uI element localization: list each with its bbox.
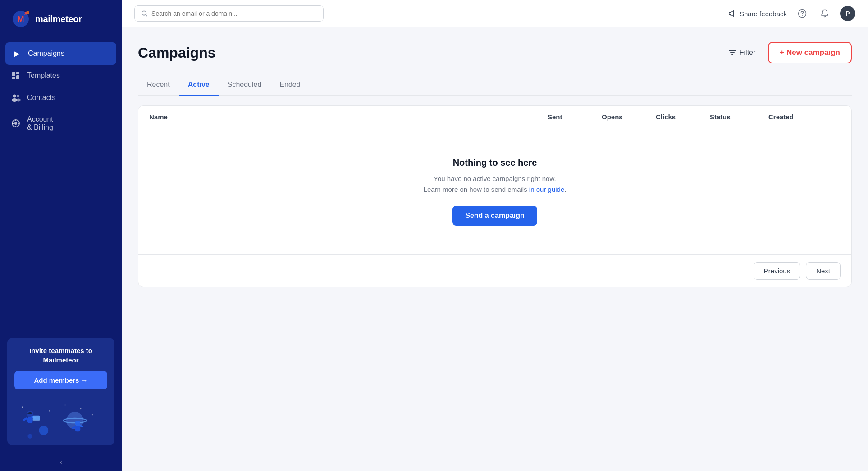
contacts-icon xyxy=(11,93,21,103)
user-avatar[interactable]: P xyxy=(840,6,855,21)
campaigns-table-card: Name Sent Opens Clicks Status Created No… xyxy=(138,105,852,287)
svg-point-8 xyxy=(17,95,19,97)
svg-point-17 xyxy=(96,403,97,403)
help-button[interactable] xyxy=(795,6,809,21)
collapse-icon: ‹ xyxy=(60,458,62,466)
svg-point-16 xyxy=(80,408,82,410)
svg-rect-4 xyxy=(16,72,19,74)
sidebar-item-campaigns[interactable]: ▶ Campaigns xyxy=(5,42,116,65)
empty-state-container: Nothing to see here You have no active c… xyxy=(424,158,566,226)
empty-desc-end: . xyxy=(564,186,566,193)
filter-label: Filter xyxy=(740,49,756,57)
empty-title: Nothing to see here xyxy=(424,158,566,168)
sidebar-logo: M mailmeteor xyxy=(0,0,122,38)
svg-point-34 xyxy=(27,434,32,438)
share-feedback-button[interactable]: Share feedback xyxy=(728,9,787,18)
logo-icon: M xyxy=(11,9,31,29)
sidebar-item-templates[interactable]: Templates xyxy=(0,65,122,86)
brand-name: mailmeteor xyxy=(35,14,82,24)
svg-text:M: M xyxy=(18,15,24,24)
svg-point-18 xyxy=(92,414,93,416)
page-actions: Filter + New campaign xyxy=(723,42,852,63)
bell-icon xyxy=(820,9,829,18)
templates-icon xyxy=(11,71,21,80)
svg-point-37 xyxy=(802,15,803,16)
col-header-created: Created xyxy=(768,113,841,121)
svg-rect-3 xyxy=(12,77,15,79)
send-campaign-button[interactable]: Send a campaign xyxy=(452,206,537,226)
header-right: Share feedback P xyxy=(728,6,855,21)
sidebar: M mailmeteor ▶ Campaigns Templates xyxy=(0,0,122,471)
svg-rect-28 xyxy=(33,420,40,421)
table-header: Name Sent Opens Clicks Status Created xyxy=(138,106,851,128)
new-campaign-button[interactable]: + New campaign xyxy=(768,42,852,63)
new-campaign-label: + New campaign xyxy=(780,48,840,57)
svg-rect-30 xyxy=(75,426,80,431)
sidebar-item-account-label: Account& Billing xyxy=(27,115,53,131)
col-header-status: Status xyxy=(710,113,768,121)
tab-active[interactable]: Active xyxy=(179,74,219,96)
campaign-tabs: Recent Active Scheduled Ended xyxy=(138,74,852,96)
svg-point-13 xyxy=(33,403,34,403)
previous-button[interactable]: Previous xyxy=(754,262,800,280)
sidebar-item-templates-label: Templates xyxy=(27,72,60,80)
page-body: Campaigns Filter + New campaign Recent A… xyxy=(122,27,868,471)
campaigns-icon: ▶ xyxy=(12,49,22,59)
col-header-clicks: Clicks xyxy=(656,113,710,121)
col-header-name: Name xyxy=(149,113,548,121)
svg-rect-2 xyxy=(12,72,15,76)
svg-point-33 xyxy=(39,426,49,435)
add-members-button[interactable]: Add members → xyxy=(14,371,107,389)
next-button[interactable]: Next xyxy=(806,262,841,280)
svg-rect-25 xyxy=(23,417,27,421)
page-title: Campaigns xyxy=(138,45,215,61)
invite-illustration xyxy=(14,396,107,445)
guide-link[interactable]: in our guide xyxy=(529,186,564,193)
share-feedback-label: Share feedback xyxy=(740,10,787,18)
table-footer: Previous Next xyxy=(138,254,851,287)
tab-ended[interactable]: Ended xyxy=(270,74,309,96)
svg-point-6 xyxy=(13,95,16,98)
tab-recent[interactable]: Recent xyxy=(138,74,179,96)
megaphone-icon xyxy=(728,9,736,18)
sidebar-item-account-billing[interactable]: Account& Billing xyxy=(0,109,122,138)
svg-point-15 xyxy=(65,405,66,406)
svg-point-14 xyxy=(49,410,50,412)
empty-desc-part2: Learn more on how to send emails xyxy=(424,186,529,193)
empty-desc-part1: You have no active campaigns right now. xyxy=(434,175,556,182)
tab-scheduled[interactable]: Scheduled xyxy=(219,74,271,96)
search-bar[interactable] xyxy=(134,5,324,22)
notifications-button[interactable] xyxy=(818,6,832,21)
empty-description: You have no active campaigns right now. … xyxy=(424,173,566,195)
page-header: Campaigns Filter + New campaign xyxy=(138,42,852,63)
account-billing-icon xyxy=(11,119,21,128)
sidebar-item-contacts-label: Contacts xyxy=(27,94,55,102)
sidebar-item-contacts[interactable]: Contacts xyxy=(0,86,122,109)
table-empty-state: Nothing to see here You have no active c… xyxy=(138,128,851,254)
svg-rect-5 xyxy=(16,75,19,79)
svg-point-12 xyxy=(22,406,23,408)
col-header-sent: Sent xyxy=(548,113,602,121)
invite-title: Invite teammates to Mailmeteor xyxy=(14,346,107,365)
help-icon xyxy=(798,9,807,18)
search-icon xyxy=(141,10,148,17)
svg-rect-27 xyxy=(33,416,40,420)
sidebar-item-campaigns-label: Campaigns xyxy=(28,50,64,58)
filter-button[interactable]: Filter xyxy=(723,45,761,60)
sidebar-nav: ▶ Campaigns Templates xyxy=(0,38,122,331)
search-input[interactable] xyxy=(151,10,317,17)
svg-point-11 xyxy=(14,122,17,125)
col-header-opens: Opens xyxy=(602,113,656,121)
top-header: Share feedback P xyxy=(122,0,868,27)
filter-icon xyxy=(728,49,736,57)
svg-rect-24 xyxy=(27,417,33,423)
svg-point-9 xyxy=(16,99,21,102)
sidebar-collapse-button[interactable]: ‹ xyxy=(0,453,122,471)
invite-card: Invite teammates to Mailmeteor Add membe… xyxy=(7,338,114,445)
main-content: Share feedback P Campaigns xyxy=(122,0,868,471)
